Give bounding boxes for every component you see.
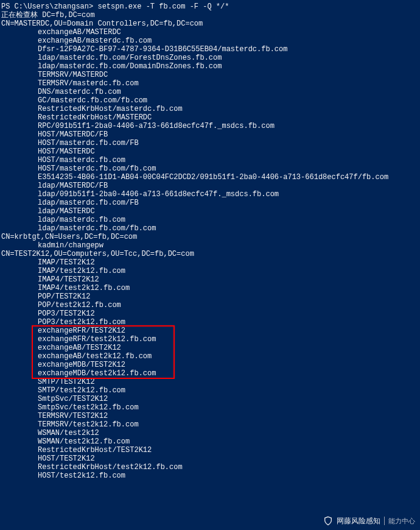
spn-entry: IMAP/test2k12.fb.com <box>1 267 419 275</box>
spn-entry: SmtpSvc/TEST2K12 <box>1 395 419 403</box>
spn-entry: RestrictedKrbHost/test2k12.fb.com <box>1 463 419 472</box>
spn-entry: POP3/TEST2K12 <box>1 309 419 318</box>
spn-entry: Dfsr-12F9A27C-BF97-4787-9364-D31B6C55EB0… <box>1 45 419 54</box>
spn-entry: exchangeAB/TEST2K12 <box>1 344 419 352</box>
section-header: CN=MASTERDC,OU=Domain Controllers,DC=fb,… <box>1 19 419 28</box>
spn-entry: GC/masterdc.fb.com/fb.com <box>1 96 419 105</box>
spn-entry: DNS/masterdc.fb.com <box>1 88 419 96</box>
spn-entry: HOST/MASTERDC/FB <box>1 130 419 139</box>
powershell-terminal[interactable]: PS C:\Users\zhangsan> setspn.exe -T fb.c… <box>0 0 420 482</box>
spn-entry: exchangeRFR/test2k12.fb.com <box>1 335 419 344</box>
spn-entry: TERMSRV/test2k12.fb.com <box>1 420 419 429</box>
prompt-line[interactable]: PS C:\Users\zhangsan> setspn.exe -T fb.c… <box>1 2 419 11</box>
spn-entry: RestrictedKrbHost/MASTERDC <box>1 113 419 122</box>
spn-entry: RPC/091b51f1-2ba0-4406-a713-661d8ecfc47f… <box>1 122 419 130</box>
spn-entry: HOST/masterdc.fb.com <box>1 156 419 164</box>
section-header: CN=krbtgt,CN=Users,DC=fb,DC=com <box>1 233 419 241</box>
spn-entry: POP3/test2k12.fb.com <box>1 318 419 327</box>
status-line: 正在检查林 DC=fb,DC=com <box>1 11 419 19</box>
spn-entry: HOST/TEST2K12 <box>1 454 419 463</box>
watermark: 网藤风险感知 能力中心 <box>323 515 415 526</box>
spn-entry: E3514235-4B06-11D1-AB04-00C04FC2DCD2/091… <box>1 173 419 182</box>
spn-entry: POP/test2k12.fb.com <box>1 301 419 309</box>
spn-entry: exchangeMDB/TEST2K12 <box>1 361 419 369</box>
divider <box>384 517 385 525</box>
spn-entry: HOST/masterdc.fb.com/fb.com <box>1 164 419 173</box>
spn-entry: HOST/masterdc.fb.com/FB <box>1 139 419 147</box>
spn-entry: HOST/MASTERDC <box>1 147 419 156</box>
spn-entry: IMAP4/test2k12.fb.com <box>1 284 419 292</box>
spn-entry: TERMSRV/TEST2K12 <box>1 412 419 420</box>
spn-entry: SMTP/TEST2K12 <box>1 378 419 386</box>
spn-entry: TERMSRV/masterdc.fb.com <box>1 79 419 88</box>
spn-entry: ldap/masterdc.fb.com/ForestDnsZones.fb.c… <box>1 54 419 62</box>
spn-entry: exchangeAB/test2k12.fb.com <box>1 352 419 361</box>
watermark-main: 网藤风险感知 <box>337 516 380 526</box>
spn-entry: exchangeMDB/test2k12.fb.com <box>1 369 419 378</box>
spn-entry: exchangeAB/MASTERDC <box>1 28 419 37</box>
spn-entry: SMTP/test2k12.fb.com <box>1 386 419 395</box>
shield-icon <box>323 515 333 526</box>
spn-entry: IMAP4/TEST2K12 <box>1 275 419 284</box>
spn-entry: ldap/masterdc.fb.com/fb.com <box>1 224 419 233</box>
section-header: CN=TEST2K12,OU=Computers,OU=Tcc,DC=fb,DC… <box>1 250 419 258</box>
spn-entry: ldap/masterdc.fb.com <box>1 216 419 224</box>
spn-entry: exchangeAB/masterdc.fb.com <box>1 37 419 45</box>
spn-entry: ldap/MASTERDC/FB <box>1 182 419 190</box>
spn-entry: ldap/091b51f1-2ba0-4406-a713-661d8ecfc47… <box>1 190 419 199</box>
spn-entry: HOST/test2k12.fb.com <box>1 472 419 480</box>
spn-entry: ldap/MASTERDC <box>1 207 419 216</box>
watermark-sub: 能力中心 <box>388 517 415 526</box>
spn-entry: POP/TEST2K12 <box>1 292 419 301</box>
spn-entry: RestrictedKrbHost/masterdc.fb.com <box>1 105 419 113</box>
spn-entry: WSMAN/test2k12.fb.com <box>1 437 419 446</box>
spn-entry: kadmin/changepw <box>1 241 419 250</box>
spn-entry: TERMSRV/MASTERDC <box>1 71 419 79</box>
spn-entry: IMAP/TEST2K12 <box>1 258 419 267</box>
spn-entry: RestrictedKrbHost/TEST2K12 <box>1 446 419 454</box>
spn-entry: ldap/masterdc.fb.com/DomainDnsZones.fb.c… <box>1 62 419 71</box>
spn-entry: WSMAN/test2k12 <box>1 429 419 437</box>
spn-entry: SmtpSvc/test2k12.fb.com <box>1 403 419 412</box>
spn-entry: ldap/masterdc.fb.com/FB <box>1 199 419 207</box>
spn-entry: exchangeRFR/TEST2K12 <box>1 327 419 335</box>
